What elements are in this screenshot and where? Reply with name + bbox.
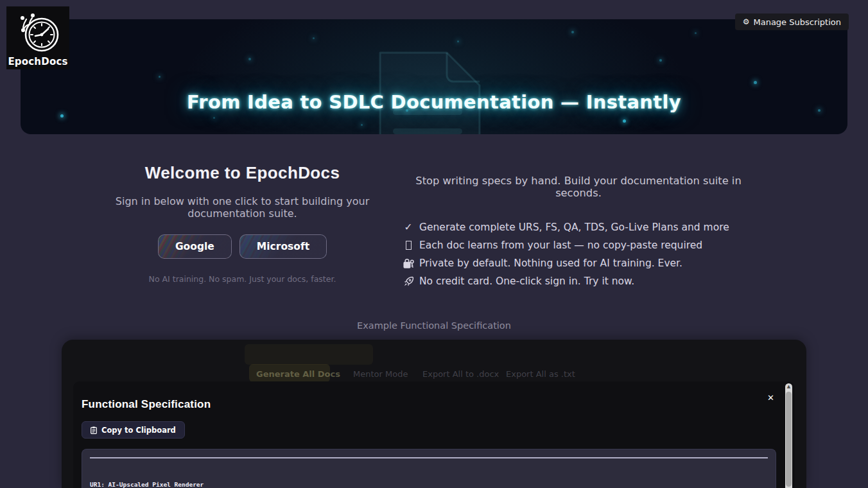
feature-text: No credit card. One-click sign in. Try i… [419,275,634,287]
hero-banner: From Idea to SDLC Documentation — Instan… [21,19,847,134]
copy-button-label: Copy to Clipboard [101,426,176,435]
check-icon: ✓ [403,222,414,233]
example-app-panel: Generate All Docs Mentor Mode Export All… [62,340,806,488]
document-rule [90,457,768,458]
mentor-mode-button[interactable]: Mentor Mode [353,369,408,379]
copy-to-clipboard-button[interactable]: Copy to Clipboard [82,421,185,439]
feature-item: Private by default. Nothing used for AI … [403,257,759,269]
feature-list: ✓ Generate complete URS, FS, QA, TDS, Go… [398,222,759,287]
document-watermark-icon [356,32,484,134]
particle [571,31,574,33]
fine-print: No AI training. No spam. Just your docs,… [96,274,388,284]
modal-scrollbar[interactable]: ▲ [785,383,792,488]
manage-subscription-button[interactable]: ⚙ Manage Subscription [735,13,849,30]
brand-name: EpochDocs [8,56,67,67]
functional-spec-modal: ✕ Functional Specification Copy to Clipb… [73,381,795,488]
clipboard-icon [91,426,97,434]
feature-text: Private by default. Nothing used for AI … [419,257,682,269]
dim-highlight [245,344,373,365]
lock-key-icon [403,258,414,269]
welcome-title: Welcome to EpochDocs [96,163,388,183]
feature-item: ✓ Generate complete URS, FS, QA, TDS, Go… [403,222,759,233]
feature-text: Each doc learns from your last — no copy… [419,240,702,251]
scrollbar-thumb[interactable] [786,392,792,487]
page: From Idea to SDLC Documentation — Instan… [0,0,868,488]
particle [313,37,315,39]
spec-lines: UR1: AI-Upscaled Pixel Renderer FR1: AI-… [90,467,776,488]
epoch-clock-icon [15,10,61,55]
generate-all-docs-button[interactable]: Generate All Docs [256,369,340,379]
logo: EpochDocs [6,6,69,69]
export-txt-button[interactable]: Export All as .txt [506,369,575,379]
example-caption: Example Functional Specification [0,320,868,331]
microsoft-sign-in-button[interactable]: Microsoft [239,234,327,259]
welcome-section: Welcome to EpochDocs Sign in below with … [96,163,388,284]
google-sign-in-button[interactable]: Google [158,234,232,259]
particle [213,117,215,119]
sign-in-buttons: Google Microsoft [96,234,388,259]
modal-title: Functional Specification [82,398,211,411]
particle [248,58,251,60]
close-icon[interactable]: ✕ [766,392,776,403]
spec-document-preview: UR1: AI-Upscaled Pixel Renderer FR1: AI-… [82,449,776,488]
scroll-up-icon[interactable]: ▲ [785,384,792,389]
pitch-section: Stop writing specs by hand. Build your d… [398,175,759,293]
particle [60,114,64,118]
particle [695,32,697,34]
welcome-subtitle: Sign in below with one click to start bu… [108,195,378,220]
gear-icon: ⚙ [743,17,750,26]
export-docx-button[interactable]: Export All to .docx [422,369,499,379]
missing-glyph-icon [403,241,414,250]
feature-item: Each doc learns from your last — no copy… [403,240,759,251]
particle [623,119,626,123]
pitch-lead: Stop writing specs by hand. Build your d… [408,175,749,199]
rocket-icon [403,276,414,287]
particle [754,81,757,84]
google-label: Google [175,241,214,252]
particle [659,59,662,62]
manage-subscription-label: Manage Subscription [753,17,841,27]
feature-text: Generate complete URS, FS, QA, TDS, Go-L… [419,222,729,233]
feature-item: No credit card. One-click sign in. Try i… [403,275,759,287]
particle [159,76,161,78]
spec-line: UR1: AI-Upscaled Pixel Renderer [90,481,776,488]
hero-title: From Idea to SDLC Documentation — Instan… [21,91,847,113]
microsoft-label: Microsoft [257,241,309,252]
